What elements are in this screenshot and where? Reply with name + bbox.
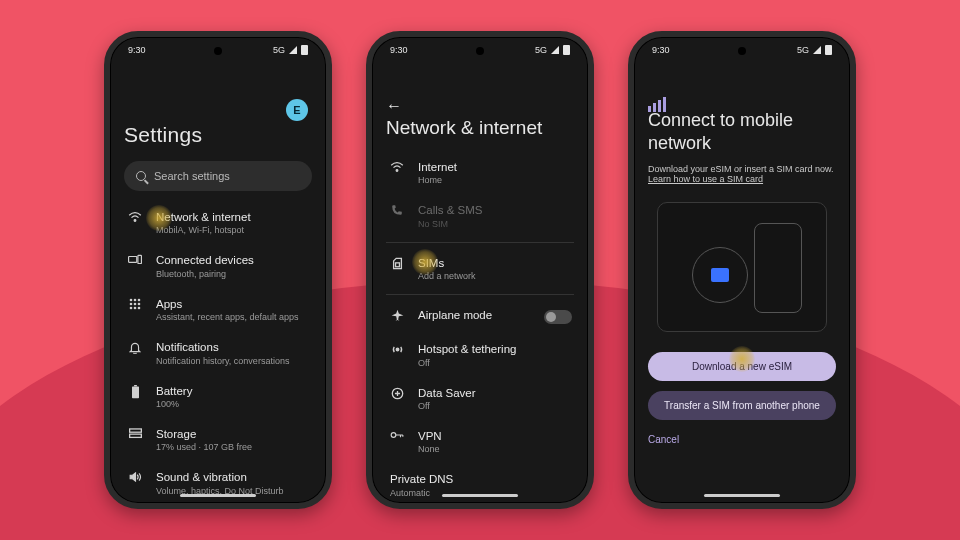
network-row-hotspot[interactable]: Hotspot & tetheringOff [386,333,574,376]
wifi-icon [388,161,406,173]
transfer-sim-button[interactable]: Transfer a SIM from another phone [648,391,836,420]
svg-point-0 [134,220,136,222]
page-title: Connect to mobilenetwork [648,109,836,154]
signal-icon [289,46,297,54]
svg-point-4 [134,298,137,301]
airplane-toggle[interactable] [544,310,572,324]
bell-icon [126,341,144,354]
status-net: 5G [797,45,809,55]
svg-rect-15 [129,434,141,437]
nav-bar[interactable] [704,494,780,497]
signal-bars-icon [648,97,666,112]
status-bar: 9:30 5G [110,37,326,63]
network-row-internet[interactable]: InternetHome [386,151,574,194]
settings-row-apps[interactable]: AppsAssistant, recent apps, default apps [124,288,312,331]
status-time: 9:30 [390,45,408,55]
search-input[interactable]: Search settings [124,161,312,191]
svg-rect-1 [129,257,137,263]
signal-icon [813,46,821,54]
status-net: 5G [273,45,285,55]
svg-rect-12 [134,385,137,386]
battery-icon [563,45,570,55]
phone-network: 9:30 5G ← Network & internet InternetHom… [366,31,594,509]
divider [386,294,574,295]
profile-avatar[interactable]: E [286,99,308,121]
settings-row-storage[interactable]: Storage17% used · 107 GB free [124,418,312,461]
network-row-private-dns[interactable]: Private DNSAutomatic [386,463,574,506]
status-time: 9:30 [128,45,146,55]
svg-rect-2 [138,256,142,264]
key-icon [388,430,406,440]
phone-connect-esim: 9:30 5G Connect to mobilenetwork Downloa… [628,31,856,509]
search-icon [136,171,146,181]
sim-icon [388,257,406,270]
learn-sim-link[interactable]: Learn how to use a SIM card [648,174,763,184]
phone-settings: 9:30 5G E Settings Search settings Netwo… [104,31,332,509]
status-time: 9:30 [652,45,670,55]
status-net: 5G [535,45,547,55]
divider [386,242,574,243]
svg-point-9 [130,306,133,309]
network-row-sims[interactable]: SIMsAdd a network [386,247,574,290]
datasaver-icon [388,387,406,400]
cancel-button[interactable]: Cancel [648,434,679,445]
svg-point-18 [396,348,399,351]
nav-bar[interactable] [180,494,256,497]
search-placeholder: Search settings [154,170,230,182]
svg-point-20 [391,433,396,438]
svg-point-11 [138,306,141,309]
settings-row-notifications[interactable]: NotificationsNotification history, conve… [124,331,312,374]
apps-icon [126,298,144,310]
status-bar: 9:30 5G [634,37,850,63]
svg-rect-14 [129,429,141,432]
back-button[interactable]: ← [386,97,402,115]
network-row-calls-sms: Calls & SMSNo SIM [386,194,574,237]
battery-menu-icon [126,385,144,399]
wifi-icon [126,211,144,223]
svg-rect-13 [132,386,139,398]
svg-point-8 [138,302,141,305]
battery-icon [825,45,832,55]
svg-rect-17 [395,263,399,267]
settings-row-sound[interactable]: Sound & vibrationVolume, haptics, Do Not… [124,461,312,504]
svg-point-3 [130,298,133,301]
battery-icon [301,45,308,55]
status-bar: 9:30 5G [372,37,588,63]
page-title: Settings [124,123,312,147]
svg-point-7 [134,302,137,305]
nav-bar[interactable] [442,494,518,497]
page-subtitle: Download your eSIM or insert a SIM card … [648,164,836,184]
page-title: Network & internet [386,117,574,139]
devices-icon [126,254,144,266]
airplane-icon [388,309,406,322]
esim-illustration [657,202,827,332]
svg-point-10 [134,306,137,309]
network-row-datasaver[interactable]: Data SaverOff [386,377,574,420]
settings-row-network[interactable]: Network & internetMobilA, Wi-Fi, hotspot [124,201,312,244]
network-row-airplane[interactable]: Airplane mode [386,299,574,333]
svg-point-16 [396,170,398,172]
storage-icon [126,428,144,439]
settings-row-battery[interactable]: Battery100% [124,375,312,418]
signal-icon [551,46,559,54]
sim-chip-icon [711,268,729,282]
settings-row-connected-devices[interactable]: Connected devicesBluetooth, pairing [124,244,312,287]
svg-point-5 [138,298,141,301]
hotspot-icon [388,343,406,356]
svg-point-6 [130,302,133,305]
phone-icon [388,204,406,216]
network-row-vpn[interactable]: VPNNone [386,420,574,463]
sound-icon [126,471,144,483]
download-esim-button[interactable]: Download a new eSIM [648,352,836,381]
